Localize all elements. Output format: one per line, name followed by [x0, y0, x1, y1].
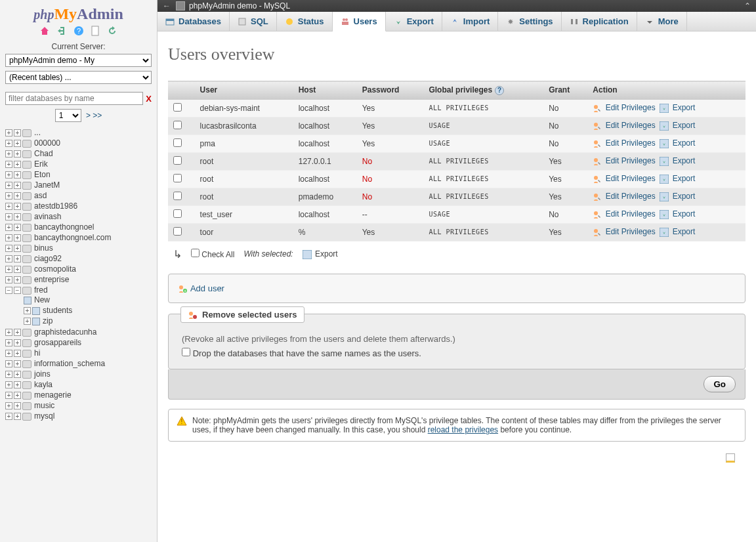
expand-icon[interactable]: +	[5, 266, 12, 273]
reload-privileges-link[interactable]: reload the privileges	[428, 425, 498, 434]
expand-icon[interactable]: +	[24, 318, 31, 325]
edit-privileges-link[interactable]: Edit Privileges	[593, 156, 655, 165]
expand2-icon[interactable]: +	[14, 161, 21, 168]
page-next[interactable]: > >>	[86, 111, 102, 120]
edit-privileges-link[interactable]: Edit Privileges	[593, 209, 655, 219]
row-checkbox[interactable]	[173, 156, 182, 165]
db-item[interactable]: ++binus	[5, 243, 152, 253]
expand2-icon[interactable]: +	[14, 182, 21, 189]
logout-icon[interactable]	[56, 26, 67, 36]
tab-settings[interactable]: Settings	[498, 12, 561, 31]
db-item[interactable]: ++kayla	[5, 379, 152, 390]
expand-icon[interactable]: +	[5, 129, 12, 136]
row-checkbox[interactable]	[173, 227, 182, 236]
page-select[interactable]: 1	[55, 109, 81, 122]
export-link[interactable]: Export	[660, 156, 695, 165]
server-select[interactable]: phpMyAdmin demo - My	[5, 54, 152, 67]
export-link[interactable]: Export	[660, 138, 695, 148]
expand-icon[interactable]: +	[5, 255, 12, 262]
expand2-icon[interactable]: +	[14, 213, 21, 220]
expand2-icon[interactable]: +	[14, 413, 21, 420]
expand2-icon[interactable]: +	[14, 224, 21, 231]
row-checkbox[interactable]	[173, 209, 182, 218]
tab-import[interactable]: Import	[442, 12, 498, 31]
expand-icon[interactable]: +	[5, 192, 12, 199]
expand2-icon[interactable]: +	[14, 150, 21, 157]
db-item[interactable]: ++Chad	[5, 148, 152, 159]
db-item[interactable]: ++asd	[5, 190, 152, 201]
expand2-icon[interactable]: +	[14, 266, 21, 273]
collapse-icon[interactable]: ⌃	[744, 1, 751, 10]
db-item[interactable]: ++bancaythongnoel.com	[5, 232, 152, 243]
expand2-icon[interactable]: +	[14, 255, 21, 262]
tab-users[interactable]: Users	[333, 12, 386, 31]
nav-back-icon[interactable]: ←	[163, 1, 171, 10]
db-item[interactable]: ++entreprise	[5, 274, 152, 285]
expand-icon[interactable]: +	[5, 371, 12, 378]
export-link[interactable]: Export	[660, 192, 695, 201]
db-item[interactable]: ++Erik	[5, 159, 152, 169]
row-checkbox[interactable]	[173, 121, 182, 129]
edit-privileges-link[interactable]: Edit Privileges	[593, 103, 655, 112]
export-link[interactable]: Export	[660, 227, 695, 236]
expand-icon[interactable]: +	[5, 224, 12, 231]
expand-icon[interactable]: +	[5, 140, 12, 147]
expand-icon[interactable]: +	[5, 329, 12, 336]
expand-icon[interactable]: +	[5, 171, 12, 178]
expand2-icon[interactable]: +	[14, 203, 21, 210]
db-item[interactable]: ++atestdb1986	[5, 201, 152, 211]
row-checkbox[interactable]	[173, 138, 182, 147]
tab-status[interactable]: Status	[277, 12, 333, 31]
db-item[interactable]: ++Eton	[5, 169, 152, 180]
edit-privileges-link[interactable]: Edit Privileges	[593, 192, 655, 201]
row-checkbox[interactable]	[173, 192, 182, 200]
tab-replication[interactable]: Replication	[562, 12, 637, 31]
expand-icon[interactable]: +	[5, 150, 12, 157]
edit-privileges-link[interactable]: Edit Privileges	[593, 174, 655, 183]
reload-icon[interactable]	[107, 26, 117, 36]
db-item[interactable]: ++graphistedacunha	[5, 327, 152, 337]
edit-privileges-link[interactable]: Edit Privileges	[593, 121, 655, 130]
add-user-link[interactable]: + Add user	[178, 283, 224, 293]
expand2-icon[interactable]: +	[14, 339, 21, 346]
db-item[interactable]: ++music	[5, 400, 152, 411]
expand2-icon[interactable]: +	[14, 402, 21, 409]
tab-more[interactable]: More	[637, 12, 687, 31]
table-item[interactable]: +students	[24, 305, 152, 316]
expand-icon[interactable]: +	[24, 307, 31, 314]
help-icon[interactable]: ?	[495, 86, 504, 95]
filter-databases-input[interactable]	[5, 92, 143, 105]
tab-databases[interactable]: Databases	[158, 12, 230, 31]
export-link[interactable]: Export	[660, 121, 695, 130]
expand2-icon[interactable]: +	[14, 392, 21, 399]
export-link[interactable]: Export	[660, 174, 695, 183]
db-item[interactable]: ++information_schema	[5, 358, 152, 369]
expand-icon[interactable]: +	[5, 245, 12, 252]
edit-privileges-link[interactable]: Edit Privileges	[593, 138, 655, 148]
expand2-icon[interactable]: −	[14, 287, 21, 294]
doc-icon[interactable]	[90, 26, 100, 36]
db-item[interactable]: ++menagerie	[5, 390, 152, 400]
expand-icon[interactable]: +	[5, 392, 12, 399]
row-checkbox[interactable]	[173, 103, 182, 112]
row-checkbox[interactable]	[173, 174, 182, 182]
db-item[interactable]: ++hi	[5, 348, 152, 358]
drop-db-checkbox[interactable]: Drop the databases that have the same na…	[182, 348, 421, 358]
expand2-icon[interactable]: +	[14, 276, 21, 283]
expand-icon[interactable]: +	[5, 402, 12, 409]
expand2-icon[interactable]: +	[14, 329, 21, 336]
expand-icon[interactable]: +	[5, 350, 12, 357]
expand2-icon[interactable]: +	[14, 245, 21, 252]
tab-sql[interactable]: SQL	[230, 12, 277, 31]
expand-icon[interactable]: +	[5, 339, 12, 346]
expand2-icon[interactable]: +	[14, 381, 21, 388]
export-link[interactable]: Export	[660, 209, 695, 219]
db-item[interactable]: −−fredNew+students+zip	[5, 285, 152, 327]
edit-privileges-link[interactable]: Edit Privileges	[593, 227, 655, 236]
expand-icon[interactable]: +	[5, 213, 12, 220]
window-icon[interactable]	[726, 453, 735, 463]
expand-icon[interactable]: +	[5, 161, 12, 168]
db-item[interactable]: ++ciago92	[5, 253, 152, 264]
expand2-icon[interactable]: +	[14, 371, 21, 378]
db-item[interactable]: ++JanetM	[5, 180, 152, 190]
